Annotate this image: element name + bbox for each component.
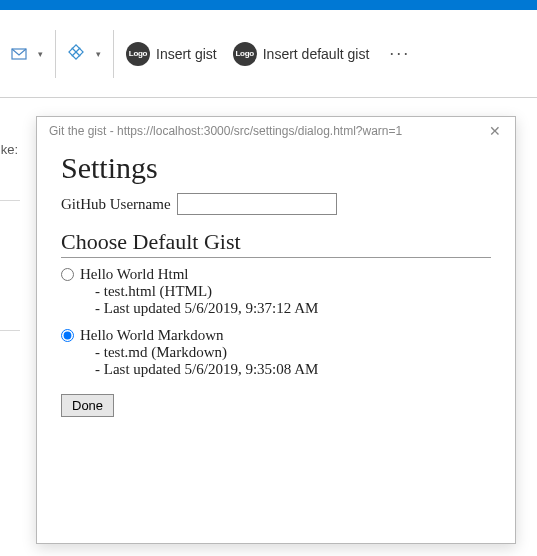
- insert-gist-button[interactable]: Logo Insert gist: [120, 34, 223, 74]
- insert-default-gist-button[interactable]: Logo Insert default gist: [227, 34, 376, 74]
- dialog-titlebar: Git the gist - https://localhost:3000/sr…: [37, 117, 515, 143]
- ribbon-button-generic-1[interactable]: ▾: [4, 34, 49, 74]
- gist-file-line: - test.html (HTML): [95, 283, 491, 300]
- divider: [0, 330, 20, 331]
- gist-title: Hello World Markdown: [80, 327, 224, 344]
- done-button[interactable]: Done: [61, 394, 114, 417]
- gist-option: Hello World Html - test.html (HTML) - La…: [61, 266, 491, 317]
- ribbon-toolbar: ▾ ▾ Logo Insert gist Logo Insert default…: [0, 10, 537, 98]
- title-bar: [0, 0, 537, 10]
- ribbon-button-generic-2[interactable]: ▾: [62, 34, 107, 74]
- gist-file-line: - test.md (Markdown): [95, 344, 491, 361]
- chevron-down-icon: ▾: [96, 49, 101, 59]
- button-label: Insert default gist: [263, 46, 370, 62]
- button-label: Insert gist: [156, 46, 217, 62]
- gist-radio[interactable]: [61, 268, 74, 281]
- divider: [61, 257, 491, 258]
- settings-dialog: Git the gist - https://localhost:3000/sr…: [36, 116, 516, 544]
- separator: [113, 30, 114, 78]
- divider: [0, 200, 20, 201]
- dialog-body: Settings GitHub Username Choose Default …: [37, 143, 515, 427]
- dialog-title-text: Git the gist - https://localhost:3000/sr…: [49, 124, 485, 138]
- gist-radio-row[interactable]: Hello World Html: [61, 266, 491, 283]
- gist-option: Hello World Markdown - test.md (Markdown…: [61, 327, 491, 378]
- settings-heading: Settings: [61, 151, 491, 185]
- choose-default-heading: Choose Default Gist: [61, 229, 491, 255]
- envelope-icon: [10, 44, 30, 64]
- gist-updated-line: - Last updated 5/6/2019, 9:37:12 AM: [95, 300, 491, 317]
- gist-radio-row[interactable]: Hello World Markdown: [61, 327, 491, 344]
- more-button[interactable]: ···: [379, 43, 420, 64]
- gist-updated-line: - Last updated 5/6/2019, 9:35:08 AM: [95, 361, 491, 378]
- chevron-down-icon: ▾: [38, 49, 43, 59]
- separator: [55, 30, 56, 78]
- truncated-field-label: ke:: [0, 142, 18, 157]
- username-label: GitHub Username: [61, 196, 171, 213]
- logo-icon: Logo: [233, 42, 257, 66]
- close-icon[interactable]: ✕: [485, 123, 505, 139]
- github-username-input[interactable]: [177, 193, 337, 215]
- gist-radio[interactable]: [61, 329, 74, 342]
- paint-icon: [68, 44, 88, 64]
- logo-icon: Logo: [126, 42, 150, 66]
- gist-title: Hello World Html: [80, 266, 189, 283]
